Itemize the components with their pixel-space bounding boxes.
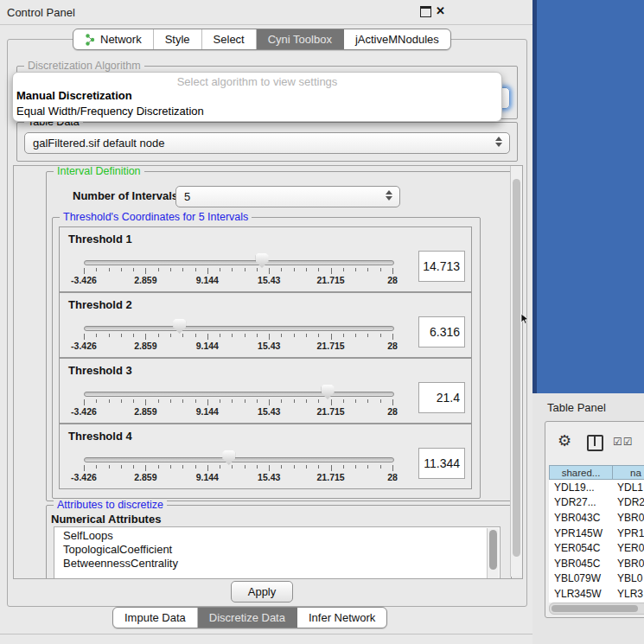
tab-impute-data[interactable]: Impute Data (113, 608, 198, 628)
cell-shared-name: YDL19... (549, 481, 614, 494)
attributes-list-scrollbar[interactable] (487, 528, 499, 579)
numerical-attributes-list[interactable]: SelfLoopsTopologicalCoefficientBetweenne… (54, 526, 501, 579)
table-row[interactable]: YER054CYER0 (549, 540, 644, 556)
top-tab-bar: Network Style Select Cyni Toolbox jActiv… (73, 29, 451, 50)
threshold-3-value-field[interactable]: 21.4 (418, 382, 465, 413)
number-of-intervals-value: 5 (184, 190, 190, 203)
table-row[interactable]: YLR345WYLR3 (549, 586, 644, 602)
slider-ticks (84, 399, 392, 406)
tick-label: 21.715 (317, 341, 345, 351)
tab-network[interactable]: Network (73, 29, 154, 49)
tick-label: 15.43 (258, 275, 280, 285)
attributes-group-title: Attributes to discretize (54, 499, 167, 511)
tick-label: 28 (387, 275, 398, 285)
tab-cyni-toolbox[interactable]: Cyni Toolbox (257, 29, 344, 49)
tick-label: -3.426 (71, 406, 97, 417)
table-horizontal-scrollbar[interactable] (549, 603, 644, 615)
threshold-4-value-field[interactable]: 11.344 (418, 448, 465, 479)
discretization-algorithm-title: Discretization Algorithm (24, 60, 144, 72)
algorithm-option-manual[interactable]: Manual Discretization (13, 88, 501, 104)
bottom-tab-bar: Impute Data Discretize Data Infer Networ… (112, 607, 387, 628)
slider-ticks (84, 465, 392, 472)
cell-shared-name: YER054C (549, 542, 614, 554)
cell-name: YER0 (614, 542, 644, 554)
table-row[interactable]: YDL19...YDL1 (549, 480, 644, 495)
threshold-1-slider-thumb[interactable] (256, 253, 269, 268)
table-header-row: shared... na (549, 465, 644, 480)
select-columns-checkboxes-icon[interactable]: ☑☑ (613, 436, 634, 448)
table-panel: Table Panel ⚙ ☑☑ shared... na YDL19...YD… (532, 393, 644, 644)
tab-style[interactable]: Style (154, 29, 202, 49)
float-window-icon[interactable] (420, 6, 431, 17)
tick-label: 21.715 (317, 406, 345, 417)
cell-shared-name: YBL079W (549, 572, 614, 584)
table-row[interactable]: YBR043CYBR0 (549, 510, 644, 526)
table-frame: ⚙ ☑☑ shared... na YDL19...YDL1YDR27...YD… (545, 421, 644, 618)
tick-label: -3.426 (71, 275, 97, 285)
tick-label: 21.715 (317, 275, 345, 285)
threshold-2-slider-thumb[interactable] (173, 319, 186, 334)
thresholds-group: Threshold's Coordinates for 5 Intervals … (52, 217, 481, 499)
algorithm-dropdown-popup: Select algorithm to view settings Manual… (12, 72, 502, 122)
table-row[interactable]: YPR145WYPR1 (549, 526, 644, 541)
number-of-intervals-label: Number of Intervals (73, 189, 178, 202)
tick-label: 28 (387, 341, 398, 351)
tick-label: 2.859 (134, 406, 156, 417)
tick-label: 2.859 (134, 472, 156, 482)
number-of-intervals-select[interactable]: 5 (175, 186, 400, 207)
attribute-list-item[interactable]: TopologicalCoefficient (54, 541, 500, 555)
tick-label: 15.43 (258, 472, 280, 482)
tab-jactivemnodules[interactable]: jActiveMNodules (344, 29, 450, 49)
combo-arrows-icon (495, 137, 502, 147)
gear-icon[interactable]: ⚙ (558, 433, 571, 449)
tick-label: -3.426 (71, 472, 97, 482)
cell-name: YPR1 (614, 527, 644, 539)
column-header-name[interactable]: na (612, 465, 644, 480)
tab-label: Network (100, 33, 142, 46)
threshold-3-slider-thumb[interactable] (322, 385, 335, 399)
slider-ticks (84, 334, 392, 341)
threshold-1-panel: Threshold 1 -3.4262.8599.14415.4321.7152… (59, 226, 472, 292)
control-panel-titlebar: Control Panel ✕ (0, 0, 532, 25)
table-data-select[interactable]: galFiltered.sif default node (24, 132, 510, 154)
threshold-1-value-field[interactable]: 14.713 (418, 251, 465, 282)
interval-definition-title: Interval Definition (54, 165, 144, 177)
tick-label: 9.144 (196, 472, 219, 482)
table-body: YDL19...YDL1YDR27...YDR2YBR043CYBR0YPR14… (549, 480, 644, 603)
threshold-3-panel: Threshold 3 -3.4262.8599.14415.4321.7152… (59, 358, 472, 424)
tick-label: 28 (387, 472, 398, 482)
mouse-cursor (520, 313, 531, 325)
close-icon[interactable]: ✕ (436, 4, 445, 17)
attribute-list-item[interactable]: BetweennessCentrality (54, 555, 500, 569)
table-row[interactable]: YBR045CYBR0 (549, 556, 644, 571)
cell-shared-name: YLR345W (549, 588, 614, 600)
algorithm-option-equal-width[interactable]: Equal Width/Frequency Discretization (13, 104, 501, 119)
tab-select[interactable]: Select (202, 29, 257, 49)
tick-label: 2.859 (134, 341, 156, 351)
cell-name: YBL0 (614, 572, 642, 584)
tab-discretize-data[interactable]: Discretize Data (198, 608, 297, 628)
table-row[interactable]: YBL079WYBL0 (549, 571, 644, 587)
threshold-4-slider-thumb[interactable] (222, 450, 235, 465)
cell-shared-name: YPR145W (549, 527, 614, 539)
cyni-toolbox-panel: Discretization Algorithm Select algorith… (7, 39, 527, 607)
settings-scrollbar[interactable] (510, 166, 522, 577)
cell-name: YDL1 (614, 481, 643, 494)
table-panel-title: Table Panel (547, 401, 606, 414)
bottom-divider (0, 634, 532, 634)
apply-button[interactable]: Apply (231, 581, 293, 603)
cell-name: YLR3 (614, 588, 643, 600)
threshold-2-value-field[interactable]: 6.316 (418, 316, 465, 348)
interval-definition-group: Interval Definition Number of Intervals … (46, 171, 512, 501)
table-data-group: Table Data galFiltered.sif default node (16, 122, 518, 162)
attribute-list-item[interactable]: SelfLoops (54, 527, 500, 541)
tab-infer-network[interactable]: Infer Network (297, 608, 386, 628)
numerical-attributes-label: Numerical Attributes (51, 513, 161, 526)
tick-label: 9.144 (196, 341, 219, 351)
column-header-shared-name[interactable]: shared... (549, 465, 612, 480)
table-row[interactable]: YDR27...YDR2 (549, 495, 644, 511)
columns-icon[interactable] (587, 435, 603, 451)
combo-arrows-icon (386, 190, 392, 201)
slider-ticks (84, 268, 392, 275)
cell-name: YDR2 (614, 496, 644, 508)
